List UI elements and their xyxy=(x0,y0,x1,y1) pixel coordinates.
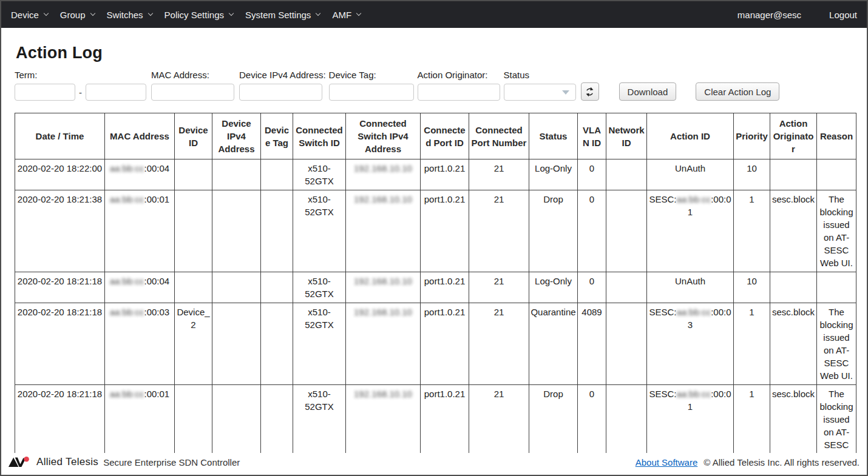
cell-text: The blocking issued on AT-SESC Web UI. xyxy=(819,307,853,381)
cell-text: Drop xyxy=(543,194,563,204)
status-select[interactable] xyxy=(504,84,576,101)
chevron-down-icon xyxy=(316,11,320,16)
table-row: 2020-02-20 18:21:18aa:bb:cc:00:03Device_… xyxy=(15,303,856,385)
column-header: Action ID xyxy=(647,113,734,159)
column-header: Connected Switch IPv4 Address xyxy=(346,113,421,159)
table-cell: port1.0.21 xyxy=(421,190,469,272)
nav-item-label: Switches xyxy=(107,10,143,20)
cell-text: 21 xyxy=(494,163,504,173)
about-software-link[interactable]: About Software xyxy=(636,457,698,468)
table-cell xyxy=(606,272,647,303)
table-cell: 192.168.10.10 xyxy=(346,159,421,190)
cell-text: Drop xyxy=(543,389,563,399)
table-cell: Device_2 xyxy=(175,303,212,385)
copyright-text: © Allied Telesis Inc. All rights reserve… xyxy=(704,457,860,468)
table-cell: 0 xyxy=(578,159,606,190)
nav-item-label: Policy Settings xyxy=(164,10,224,20)
term-from-input[interactable] xyxy=(15,84,75,101)
table-cell xyxy=(817,272,856,303)
cell-text: 10 xyxy=(747,163,757,173)
table-cell: x510-52GTX xyxy=(293,159,346,190)
table-cell: x510-52GTX xyxy=(293,190,346,272)
cell-text: Log-Only xyxy=(535,163,572,173)
table-row: 2020-02-20 18:22:00aa:bb:cc:00:04x510-52… xyxy=(15,159,856,190)
table-cell: aa:bb:cc:00:01 xyxy=(105,190,175,272)
clear-action-log-button[interactable]: Clear Action Log xyxy=(696,82,779,101)
nav-item-system-settings[interactable]: System Settings xyxy=(245,10,320,20)
cell-text: x510-52GTX xyxy=(305,307,334,330)
logout-link[interactable]: Logout xyxy=(829,10,857,20)
cell-text: 0 xyxy=(589,163,594,173)
column-header: Device IPv4 Address xyxy=(212,113,261,159)
cell-text: port1.0.21 xyxy=(424,307,466,317)
term-label: Term: xyxy=(15,70,146,80)
table-cell: SESC:aa:bb:cc:00:01 xyxy=(647,190,734,272)
cell-text: The blocking issued on AT-SESC Web UI. xyxy=(819,389,853,463)
cell-text: UnAuth xyxy=(675,276,705,286)
table-cell: port1.0.21 xyxy=(421,303,469,385)
table-cell: aa:bb:cc:00:04 xyxy=(105,159,175,190)
table-cell: x510-52GTX xyxy=(293,272,346,303)
download-button[interactable]: Download xyxy=(619,82,677,101)
term-to-input[interactable] xyxy=(86,84,146,101)
cell-text: 2020-02-20 18:21:18 xyxy=(18,307,102,317)
redacted-text: 192.168.10.10 xyxy=(354,194,412,204)
nav-item-amf[interactable]: AMF xyxy=(332,10,361,20)
table-cell xyxy=(261,159,293,190)
header-row: Date / TimeMAC AddressDevice IDDevice IP… xyxy=(15,113,856,159)
table-cell: 2020-02-20 18:22:00 xyxy=(15,159,105,190)
table-cell: 2020-02-20 18:21:18 xyxy=(15,303,105,385)
redacted-text: aa:bb:cc xyxy=(110,276,144,286)
table-cell: Quarantine xyxy=(529,303,578,385)
nav-item-switches[interactable]: Switches xyxy=(107,10,152,20)
redacted-text: aa:bb:cc xyxy=(110,307,144,317)
nav-item-label: Group xyxy=(60,10,86,20)
cell-text: 0 xyxy=(589,276,594,286)
cell-text: 0 xyxy=(589,194,594,204)
term-filter: Term: - xyxy=(15,70,146,101)
redacted-text: 192.168.10.10 xyxy=(354,389,412,399)
table-cell: 21 xyxy=(469,303,529,385)
cell-text: 21 xyxy=(494,276,504,286)
cell-text: 21 xyxy=(494,389,504,399)
refresh-icon xyxy=(585,87,595,97)
cell-text: port1.0.21 xyxy=(424,276,466,286)
mac-input[interactable] xyxy=(151,84,234,101)
table-row: 2020-02-20 18:21:18aa:bb:cc:00:04x510-52… xyxy=(15,272,856,303)
nav-item-device[interactable]: Device xyxy=(11,10,48,20)
table-cell xyxy=(212,190,261,272)
table-row: 2020-02-20 18:21:38aa:bb:cc:00:01x510-52… xyxy=(15,190,856,272)
cell-text: x510-52GTX xyxy=(305,163,334,186)
device-ipv4-input[interactable] xyxy=(239,84,322,101)
nav-item-group[interactable]: Group xyxy=(60,10,95,20)
refresh-button[interactable] xyxy=(581,82,599,101)
device-tag-input[interactable] xyxy=(329,84,414,101)
user-account[interactable]: manager@sesc xyxy=(737,10,801,20)
triangle-down-icon xyxy=(562,90,569,95)
device-tag-filter: Device Tag: xyxy=(329,70,414,101)
nav-item-label: AMF xyxy=(332,10,351,20)
filter-bar: Term: - MAC Address: Device IPv4 Address… xyxy=(15,70,853,101)
app-window: DeviceGroupSwitchesPolicy SettingsSystem… xyxy=(0,0,868,476)
nav-item-policy-settings[interactable]: Policy Settings xyxy=(164,10,233,20)
column-header: Date / Time xyxy=(15,113,105,159)
table-cell: sesc.block xyxy=(770,303,817,385)
chevron-down-icon xyxy=(356,11,361,16)
action-originator-input[interactable] xyxy=(418,84,500,101)
product-name: Secure Enterprise SDN Controller xyxy=(103,457,240,468)
action-originator-label: Action Originator: xyxy=(418,70,500,80)
cell-text: Log-Only xyxy=(535,276,572,286)
table-cell: The blocking issued on AT-SESC Web UI. xyxy=(817,303,856,385)
cell-text: SESC: xyxy=(649,194,676,204)
cell-text: sesc.block xyxy=(772,307,815,317)
table-cell xyxy=(770,159,817,190)
table-cell: x510-52GTX xyxy=(293,303,346,385)
chevron-down-icon xyxy=(44,11,49,16)
cell-text: 2020-02-20 18:21:18 xyxy=(18,389,102,399)
table-cell xyxy=(606,159,647,190)
table-cell: 21 xyxy=(469,159,529,190)
table-cell: UnAuth xyxy=(647,159,734,190)
table-cell: 21 xyxy=(469,272,529,303)
table-cell: 21 xyxy=(469,190,529,272)
column-header: MAC Address xyxy=(105,113,175,159)
